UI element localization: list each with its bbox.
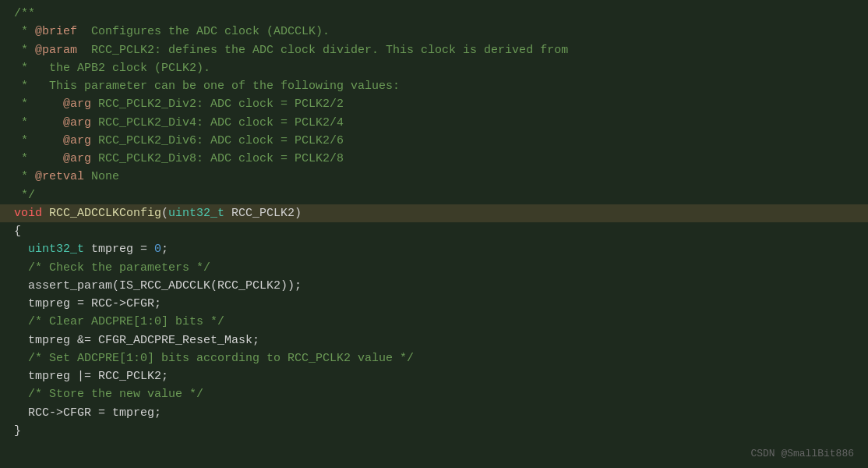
code-line-3: * @param RCC_PCLK2: defines the ADC cloc… <box>0 41 868 59</box>
code-line-20: /* Set ADCPRE[1:0] bits according to RCC… <box>0 349 868 367</box>
code-line-2: * @brief Configures the ADC clock (ADCCL… <box>0 23 868 41</box>
comment-span: /** <box>14 7 35 20</box>
code-line-11: */ <box>0 186 868 204</box>
code-line-22: /* Store the new value */ <box>0 385 868 403</box>
code-line-12-highlight: void RCC_ADCCLKConfig(uint32_t RCC_PCLK2… <box>0 204 868 222</box>
code-line-5: * This parameter can be one of the follo… <box>0 77 868 95</box>
code-line-19: tmpreg &= CFGR_ADCPRE_Reset_Mask; <box>0 332 868 349</box>
code-line-16: assert_param(IS_RCC_ADCCLK(RCC_PCLK2)); <box>0 277 868 295</box>
code-line-13: { <box>0 222 868 240</box>
code-editor: /** * @brief Configures the ADC clock (A… <box>0 0 868 468</box>
code-line-14: uint32_t tmpreg = 0; <box>0 240 868 258</box>
code-line-23: RCC->CFGR = tmpreg; <box>0 404 868 422</box>
code-line-7: * @arg RCC_PCLK2_Div4: ADC clock = PCLK2… <box>0 114 868 132</box>
code-line-24: } <box>0 422 868 440</box>
code-line-18: /* Clear ADCPRE[1:0] bits */ <box>0 313 868 331</box>
code-line-6: * @arg RCC_PCLK2_Div2: ADC clock = PCLK2… <box>0 95 868 113</box>
code-line-4: * the APB2 clock (PCLK2). <box>0 59 868 77</box>
code-line-1: /** <box>0 5 868 23</box>
code-line-17: tmpreg = RCC->CFGR; <box>0 295 868 313</box>
code-line-9: * @arg RCC_PCLK2_Div8: ADC clock = PCLK2… <box>0 150 868 168</box>
watermark: CSDN @SmallBit886 <box>750 446 854 462</box>
code-line-21: tmpreg |= RCC_PCLK2; <box>0 367 868 385</box>
code-line-8: * @arg RCC_PCLK2_Div6: ADC clock = PCLK2… <box>0 132 868 150</box>
code-line-15: /* Check the parameters */ <box>0 259 868 277</box>
code-line-10: * @retval None <box>0 168 868 186</box>
